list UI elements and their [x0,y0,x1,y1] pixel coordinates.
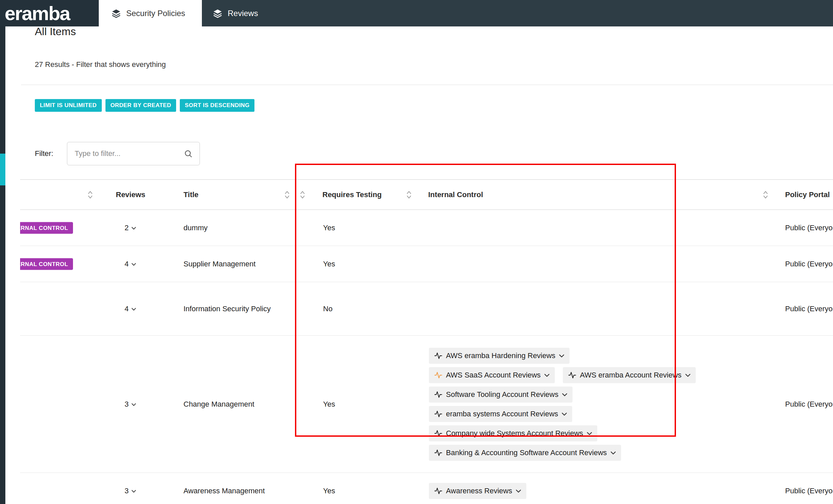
sort-icon[interactable] [763,190,768,199]
activity-icon [434,449,442,457]
internal-control-chips: Awareness Reviews [429,483,526,499]
top-nav-bar: eramba Security Policies Reviews [0,0,833,26]
chip-line: eramba systems Account Reviews [429,406,572,422]
title-cell: Information Security Policy [184,305,270,313]
policy-portal-cell: Public (Everyone) [785,260,833,268]
requires-testing-cell: Yes [323,260,335,268]
reviews-count-dropdown[interactable]: 3 [124,487,136,495]
policy-portal-cell: Public (Everyone) [785,223,833,232]
activity-icon [568,371,576,379]
collapsed-sidebar[interactable] [0,26,5,504]
sort-icon[interactable] [406,190,411,199]
table-row: 4 Information Security Policy No Public … [20,282,833,336]
chip-line: Software Tooling Account Reviews [429,386,573,403]
policy-portal-cell: Public (Everyone) [785,400,833,409]
column-header-requires-testing[interactable]: Requires Testing [323,190,382,199]
column-header-title[interactable]: Title [184,190,198,199]
layers-icon [213,8,223,18]
title-cell: Change Management [184,400,255,409]
table-header-row: Reviews Title Requires Testing Internal … [20,179,833,210]
policy-portal-cell: Public (Everyone) [785,487,833,495]
policy-portal-cell: Public (Everyone) [785,305,833,313]
chevron-down-icon [132,227,136,230]
reviews-count: 4 [124,260,128,268]
activity-icon [434,390,442,399]
requires-testing-cell: Yes [323,487,335,495]
internal-control-badge: INTERNAL CONTROL [20,222,73,234]
filter-settings-badges: LIMIT IS UNLIMITED ORDER BY CREATED SORT… [35,99,255,112]
requires-testing-cell: Yes [323,223,335,232]
chevron-down-icon [562,393,567,396]
table-row: 3 Change Management Yes AWS eramba Harde… [20,336,833,473]
chevron-down-icon [132,308,136,311]
internal-control-chip[interactable]: AWS SaaS Account Reviews [429,367,555,383]
chip-line: AWS eramba Hardening Reviews [429,348,570,364]
chip-line: Company wide Systems Account Reviews [429,425,597,441]
column-header-reviews[interactable]: Reviews [116,190,145,199]
chevron-down-icon [685,374,690,377]
filter-input[interactable] [67,142,200,165]
internal-control-chip[interactable]: Company wide Systems Account Reviews [429,425,597,441]
internal-control-chip[interactable]: Software Tooling Account Reviews [429,386,573,403]
chip-line: AWS SaaS Account Reviews AWS eramba Acco… [429,367,696,383]
tab-reviews[interactable]: Reviews [202,0,278,26]
title-cell: Awareness Management [184,487,265,495]
chevron-down-icon [516,489,521,493]
chevron-down-icon [132,490,136,493]
internal-control-chip[interactable]: AWS eramba Account Reviews [563,367,696,383]
title-cell: dummy [184,223,208,232]
chip-label: AWS eramba Account Reviews [580,371,682,380]
table-row: 3 Awareness Management Yes Awareness Rev… [20,473,833,504]
logo-block: eramba [0,0,99,26]
internal-control-chip[interactable]: AWS eramba Hardening Reviews [429,348,570,364]
chip-label: Software Tooling Account Reviews [446,390,558,399]
activity-icon [434,487,442,495]
chip-line: Banking & Accounting Software Account Re… [429,445,621,461]
reviews-count-dropdown[interactable]: 4 [124,260,136,268]
reviews-count: 3 [124,487,128,495]
internal-control-badge: INTERNAL CONTROL [20,258,73,270]
activity-icon [434,429,442,437]
layers-icon [111,8,121,18]
requires-testing-cell: No [323,305,332,313]
tab-label: Security Policies [126,9,185,18]
search-icon [184,150,192,158]
sort-badge[interactable]: SORT IS DESCENDING [180,99,255,112]
chip-label: eramba systems Account Reviews [446,410,558,418]
items-table: Reviews Title Requires Testing Internal … [20,179,833,504]
header-divider [21,85,833,85]
reviews-count-dropdown[interactable]: 4 [124,305,136,313]
internal-control-chip[interactable]: Awareness Reviews [429,483,526,499]
chevron-down-icon [132,403,136,406]
activity-icon [434,371,442,379]
activity-icon [434,352,442,360]
title-cell: Supplier Management [184,260,256,268]
internal-control-chip[interactable]: Banking & Accounting Software Account Re… [429,445,621,461]
tab-security-policies[interactable]: Security Policies [99,0,202,26]
internal-control-chips: AWS eramba Hardening Reviews AWS SaaS Ac… [429,348,696,461]
chevron-down-icon [611,452,616,454]
filter-label: Filter: [35,149,53,158]
column-header-internal-control[interactable]: Internal Control [428,190,483,199]
reviews-count-dropdown[interactable]: 3 [124,400,136,409]
limit-badge[interactable]: LIMIT IS UNLIMITED [35,99,102,112]
sort-icon[interactable] [88,190,93,199]
chip-line: Awareness Reviews [429,483,526,499]
sort-icon[interactable] [285,190,290,199]
column-header-policy-portal[interactable]: Policy Portal [785,190,830,199]
chevron-down-icon [587,432,592,435]
eramba-logo[interactable]: eramba [5,4,70,23]
chip-label: Banking & Accounting Software Account Re… [446,449,607,457]
chevron-down-icon [544,374,549,377]
reviews-count: 4 [124,305,128,313]
activity-icon [434,410,442,418]
internal-control-chip[interactable]: eramba systems Account Reviews [429,406,572,422]
order-badge[interactable]: ORDER BY CREATED [105,99,176,112]
reviews-count: 2 [124,223,128,232]
reviews-count-dropdown[interactable]: 2 [124,223,136,232]
chip-label: Company wide Systems Account Reviews [446,429,583,438]
chevron-down-icon [562,413,567,416]
table-row: INTERNAL CONTROL 2 dummy Yes Public (Eve… [20,210,833,246]
page-title: All Items [35,25,76,38]
sort-icon[interactable] [300,190,305,199]
